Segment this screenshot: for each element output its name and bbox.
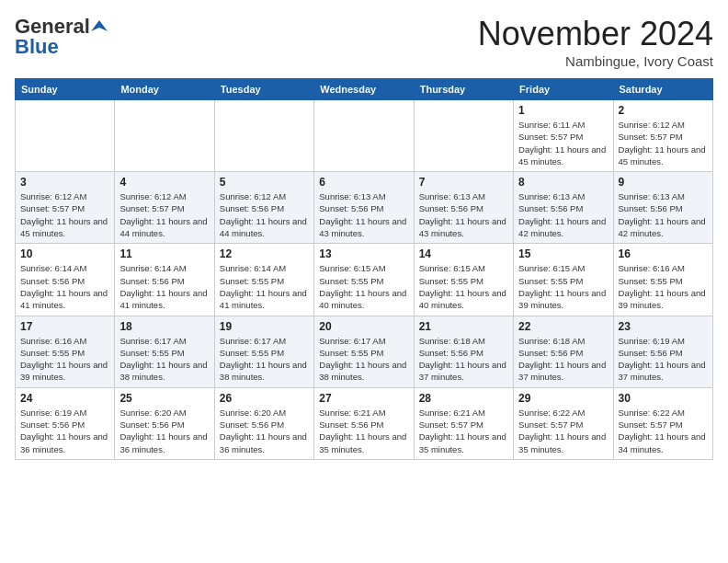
day-info: Sunrise: 6:12 AM Sunset: 5:56 PM Dayligh… (220, 190, 309, 239)
day-number: 14 (419, 247, 508, 260)
logo: General Blue (15, 15, 108, 59)
calendar-table: SundayMondayTuesdayWednesdayThursdayFrid… (15, 78, 713, 460)
day-number: 13 (319, 247, 408, 260)
day-number: 25 (119, 392, 209, 405)
location-label: Nambingue, Ivory Coast (478, 53, 713, 69)
title-block: November 2024 Nambingue, Ivory Coast (478, 15, 713, 69)
col-header-sunday: Sunday (16, 79, 115, 100)
calendar-body: 1Sunrise: 6:11 AM Sunset: 5:57 PM Daylig… (16, 100, 713, 460)
day-info: Sunrise: 6:21 AM Sunset: 5:56 PM Dayligh… (319, 407, 408, 455)
calendar-cell: 14Sunrise: 6:15 AM Sunset: 5:55 PM Dayli… (414, 244, 513, 316)
calendar-cell: 9Sunrise: 6:13 AM Sunset: 5:56 PM Daylig… (613, 172, 712, 244)
day-number: 15 (518, 247, 608, 260)
day-info: Sunrise: 6:18 AM Sunset: 5:56 PM Dayligh… (419, 335, 508, 384)
calendar-cell: 10Sunrise: 6:14 AM Sunset: 5:56 PM Dayli… (16, 244, 115, 316)
day-number: 10 (20, 247, 109, 260)
day-info: Sunrise: 6:13 AM Sunset: 5:56 PM Dayligh… (619, 190, 708, 239)
col-header-monday: Monday (115, 79, 214, 100)
day-number: 20 (319, 320, 408, 333)
day-info: Sunrise: 6:21 AM Sunset: 5:57 PM Dayligh… (419, 407, 508, 455)
calendar-cell: 23Sunrise: 6:19 AM Sunset: 5:56 PM Dayli… (613, 316, 712, 387)
calendar-week-row: 1Sunrise: 6:11 AM Sunset: 5:57 PM Daylig… (16, 100, 713, 172)
calendar-cell: 11Sunrise: 6:14 AM Sunset: 5:56 PM Dayli… (115, 244, 214, 316)
day-number: 22 (518, 320, 608, 333)
day-info: Sunrise: 6:17 AM Sunset: 5:55 PM Dayligh… (319, 335, 408, 384)
day-info: Sunrise: 6:15 AM Sunset: 5:55 PM Dayligh… (419, 262, 508, 311)
day-info: Sunrise: 6:15 AM Sunset: 5:55 PM Dayligh… (319, 262, 408, 311)
day-number: 18 (119, 320, 209, 333)
day-number: 9 (619, 176, 708, 189)
calendar-cell: 8Sunrise: 6:13 AM Sunset: 5:56 PM Daylig… (514, 172, 613, 244)
day-number: 6 (319, 176, 408, 189)
calendar-cell: 1Sunrise: 6:11 AM Sunset: 5:57 PM Daylig… (514, 100, 613, 172)
calendar-cell: 16Sunrise: 6:16 AM Sunset: 5:55 PM Dayli… (613, 244, 712, 316)
day-number: 8 (518, 176, 608, 189)
day-info: Sunrise: 6:13 AM Sunset: 5:56 PM Dayligh… (518, 190, 608, 239)
col-header-wednesday: Wednesday (314, 79, 414, 100)
day-number: 19 (220, 320, 309, 333)
day-info: Sunrise: 6:14 AM Sunset: 5:56 PM Dayligh… (20, 262, 109, 311)
day-number: 7 (419, 176, 508, 189)
calendar-cell: 27Sunrise: 6:21 AM Sunset: 5:56 PM Dayli… (314, 387, 414, 459)
day-info: Sunrise: 6:13 AM Sunset: 5:56 PM Dayligh… (419, 190, 508, 239)
calendar-week-row: 10Sunrise: 6:14 AM Sunset: 5:56 PM Dayli… (16, 244, 713, 316)
calendar-cell (314, 100, 414, 172)
day-info: Sunrise: 6:17 AM Sunset: 5:55 PM Dayligh… (119, 335, 209, 384)
day-number: 3 (20, 176, 109, 189)
day-number: 24 (20, 392, 109, 405)
calendar-cell: 22Sunrise: 6:18 AM Sunset: 5:56 PM Dayli… (514, 316, 613, 387)
calendar-cell: 19Sunrise: 6:17 AM Sunset: 5:55 PM Dayli… (214, 316, 313, 387)
day-number: 27 (319, 392, 408, 405)
col-header-tuesday: Tuesday (214, 79, 313, 100)
day-info: Sunrise: 6:16 AM Sunset: 5:55 PM Dayligh… (20, 335, 109, 384)
calendar-cell: 18Sunrise: 6:17 AM Sunset: 5:55 PM Dayli… (115, 316, 214, 387)
col-header-saturday: Saturday (613, 79, 712, 100)
day-number: 21 (419, 320, 508, 333)
day-number: 1 (518, 104, 608, 117)
day-info: Sunrise: 6:12 AM Sunset: 5:57 PM Dayligh… (20, 190, 109, 239)
day-info: Sunrise: 6:19 AM Sunset: 5:56 PM Dayligh… (619, 335, 708, 384)
calendar-cell: 15Sunrise: 6:15 AM Sunset: 5:55 PM Dayli… (514, 244, 613, 316)
calendar-cell: 28Sunrise: 6:21 AM Sunset: 5:57 PM Dayli… (414, 387, 513, 459)
day-number: 2 (619, 104, 708, 117)
day-number: 12 (220, 247, 309, 260)
calendar-cell: 21Sunrise: 6:18 AM Sunset: 5:56 PM Dayli… (414, 316, 513, 387)
page-header: General Blue November 2024 Nambingue, Iv… (15, 15, 713, 69)
day-info: Sunrise: 6:11 AM Sunset: 5:57 PM Dayligh… (518, 119, 608, 167)
calendar-week-row: 17Sunrise: 6:16 AM Sunset: 5:55 PM Dayli… (16, 316, 713, 387)
day-info: Sunrise: 6:19 AM Sunset: 5:56 PM Dayligh… (20, 407, 109, 455)
day-info: Sunrise: 6:20 AM Sunset: 5:56 PM Dayligh… (220, 407, 309, 455)
calendar-cell: 26Sunrise: 6:20 AM Sunset: 5:56 PM Dayli… (214, 387, 313, 459)
day-number: 4 (119, 176, 209, 189)
calendar-cell: 17Sunrise: 6:16 AM Sunset: 5:55 PM Dayli… (16, 316, 115, 387)
calendar-cell: 25Sunrise: 6:20 AM Sunset: 5:56 PM Dayli… (115, 387, 214, 459)
calendar-cell: 24Sunrise: 6:19 AM Sunset: 5:56 PM Dayli… (16, 387, 115, 459)
day-number: 11 (119, 247, 209, 260)
calendar-cell: 20Sunrise: 6:17 AM Sunset: 5:55 PM Dayli… (314, 316, 414, 387)
calendar-cell: 2Sunrise: 6:12 AM Sunset: 5:57 PM Daylig… (613, 100, 712, 172)
day-info: Sunrise: 6:15 AM Sunset: 5:55 PM Dayligh… (518, 262, 608, 311)
calendar-week-row: 3Sunrise: 6:12 AM Sunset: 5:57 PM Daylig… (16, 172, 713, 244)
day-number: 17 (20, 320, 109, 333)
calendar-cell (115, 100, 214, 172)
day-info: Sunrise: 6:13 AM Sunset: 5:56 PM Dayligh… (319, 190, 408, 239)
calendar-cell (414, 100, 513, 172)
day-info: Sunrise: 6:12 AM Sunset: 5:57 PM Dayligh… (619, 119, 708, 167)
day-info: Sunrise: 6:14 AM Sunset: 5:56 PM Dayligh… (119, 262, 209, 311)
day-info: Sunrise: 6:14 AM Sunset: 5:55 PM Dayligh… (220, 262, 309, 311)
logo-blue-text: Blue (15, 35, 59, 59)
day-info: Sunrise: 6:16 AM Sunset: 5:55 PM Dayligh… (619, 262, 708, 311)
day-number: 23 (619, 320, 708, 333)
day-number: 29 (518, 392, 608, 405)
calendar-cell: 3Sunrise: 6:12 AM Sunset: 5:57 PM Daylig… (16, 172, 115, 244)
calendar-cell (16, 100, 115, 172)
month-title: November 2024 (478, 15, 713, 53)
day-info: Sunrise: 6:18 AM Sunset: 5:56 PM Dayligh… (518, 335, 608, 384)
day-info: Sunrise: 6:22 AM Sunset: 5:57 PM Dayligh… (518, 407, 608, 455)
calendar-cell: 29Sunrise: 6:22 AM Sunset: 5:57 PM Dayli… (514, 387, 613, 459)
col-header-thursday: Thursday (414, 79, 513, 100)
calendar-cell: 4Sunrise: 6:12 AM Sunset: 5:57 PM Daylig… (115, 172, 214, 244)
calendar-cell: 6Sunrise: 6:13 AM Sunset: 5:56 PM Daylig… (314, 172, 414, 244)
day-number: 28 (419, 392, 508, 405)
day-info: Sunrise: 6:22 AM Sunset: 5:57 PM Dayligh… (619, 407, 708, 455)
